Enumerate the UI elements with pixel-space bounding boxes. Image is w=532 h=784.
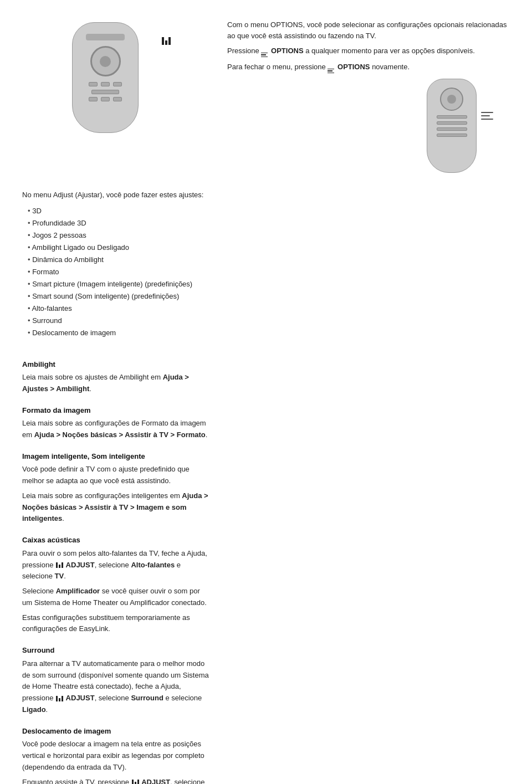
options-remote-container	[427, 79, 477, 173]
list-item: Smart picture (Imagem inteligente) (pred…	[28, 278, 211, 290]
deslocamento-body: Você pode deslocar a imagem na tela entr…	[22, 739, 211, 784]
main-right	[227, 359, 510, 784]
list-item: Dinâmica do Ambilight	[28, 254, 211, 266]
deslocamento-heading: Deslocamento de imagem	[22, 726, 211, 737]
remote-body	[72, 22, 139, 133]
main-left: Ambilight Leia mais sobre os ajustes de …	[22, 359, 211, 784]
remote-btn-4	[89, 97, 98, 101]
opt-bar-4	[437, 134, 467, 137]
remote-buttons-row1	[89, 82, 122, 86]
imagem-inteligente-heading: Imagem inteligente, Som inteligente	[22, 451, 211, 462]
opt-bar-2	[437, 121, 467, 125]
remote-top-strip	[86, 34, 125, 40]
options-menu-icon	[261, 53, 269, 58]
adjust-menu-intro: No menu Adjust (Ajustar), você pode faze…	[22, 189, 211, 201]
caixas-body: Para ouvir o som pelos alto-falantes da …	[22, 548, 211, 636]
opt-bar-3	[437, 127, 467, 131]
remote-btn-1	[89, 82, 98, 86]
ambilight-heading: Ambilight	[22, 359, 211, 370]
formato-body: Leia mais sobre as configurações de Form…	[22, 418, 211, 441]
section-formato: Formato da imagem Leia mais sobre as con…	[22, 405, 211, 441]
opt-line-2	[481, 115, 490, 116]
surround-heading: Surround	[22, 645, 211, 656]
options-remote-body	[427, 79, 477, 173]
options-para1: Com o menu OPTIONS, você pode selecionar…	[227, 19, 510, 41]
top-right-text: Com o menu OPTIONS, você pode selecionar…	[227, 17, 510, 173]
section-caixas-acusticas: Caixas acústicas Para ouvir o som pelos …	[22, 535, 211, 635]
options-para2: Pressione OPTIONS a qualquer momento par…	[227, 45, 510, 57]
options-remote-strip	[437, 115, 467, 137]
section-surround: Surround Para alternar a TV automaticame…	[22, 645, 211, 715]
list-item: Profundidade 3D	[28, 217, 211, 229]
section-deslocamento: Deslocamento de imagem Você pode desloca…	[22, 726, 211, 784]
main-content: Ambilight Leia mais sobre os ajustes de …	[22, 359, 510, 784]
adjust-icon-inline3	[132, 780, 139, 784]
list-item: 3D	[28, 205, 211, 217]
options-remote-wrapper	[227, 79, 510, 173]
list-item: Smart sound (Som inteligente) (predefini…	[28, 290, 211, 303]
remote-ok-button	[100, 56, 111, 67]
middle-section: No menu Adjust (Ajustar), você pode faze…	[22, 189, 510, 345]
formato-heading: Formato da imagem	[22, 405, 211, 416]
list-item: Formato	[28, 266, 211, 278]
remote-btn-6	[113, 97, 122, 101]
options-intro-block: Com o menu OPTIONS, você pode selecionar…	[227, 19, 510, 73]
section-ambilight: Ambilight Leia mais sobre os ajustes de …	[22, 359, 211, 395]
list-item: Jogos 2 pessoas	[28, 229, 211, 242]
top-section: Com o menu OPTIONS, você pode selecionar…	[22, 17, 510, 173]
adjust-icon-inline1	[56, 562, 63, 568]
opt-line-1	[481, 112, 493, 113]
ambilight-body: Leia mais sobre os ajustes de Ambilight …	[22, 372, 211, 395]
adjust-menu-list: 3D Profundidade 3D Jogos 2 pessoas Ambil…	[22, 205, 211, 340]
page: Com o menu OPTIONS, você pode selecionar…	[0, 0, 532, 784]
remote-buttons-row2	[89, 97, 122, 101]
remote-dpad	[90, 46, 121, 76]
options-menu-icon2	[328, 69, 335, 74]
middle-right-space	[227, 189, 510, 345]
remote-btn-wide	[91, 90, 119, 94]
caixas-heading: Caixas acústicas	[22, 535, 211, 546]
section-imagem-inteligente: Imagem inteligente, Som inteligente Você…	[22, 451, 211, 525]
middle-left-content: No menu Adjust (Ajustar), você pode faze…	[22, 189, 211, 345]
remote-btn-2	[101, 82, 110, 86]
remote-btn-3	[113, 82, 122, 86]
options-para3: Para fechar o menu, pressione OPTIONS no…	[227, 62, 510, 73]
adjust-bars-icon	[162, 37, 171, 45]
remote-adjust-wrapper	[61, 22, 172, 144]
opt-line-3	[481, 119, 493, 120]
imagem-inteligente-body: Você pode definir a TV com o ajuste pred…	[22, 464, 211, 525]
options-remote-dpad	[440, 88, 463, 111]
list-item: Deslocamento de imagem	[28, 327, 211, 339]
options-lines-icon2	[328, 69, 334, 74]
options-remote-ok	[447, 95, 456, 104]
list-item: Alto-falantes	[28, 303, 211, 315]
remote-btn-5	[101, 97, 110, 101]
list-item: Ambilight Ligado ou Desligado	[28, 242, 211, 254]
top-left-remote	[22, 17, 211, 173]
adjust-icon-inline2	[56, 696, 63, 701]
options-lines-icon	[261, 53, 268, 58]
opt-bar-1	[437, 115, 467, 119]
options-label-bold1: OPTIONS	[271, 47, 304, 55]
adjust-icon-area	[161, 22, 172, 45]
list-item: Surround	[28, 315, 211, 327]
surround-body: Para alternar a TV automaticamente para …	[22, 658, 211, 716]
options-lines-beside-remote	[481, 112, 493, 120]
options-label-bold2: OPTIONS	[337, 63, 370, 71]
